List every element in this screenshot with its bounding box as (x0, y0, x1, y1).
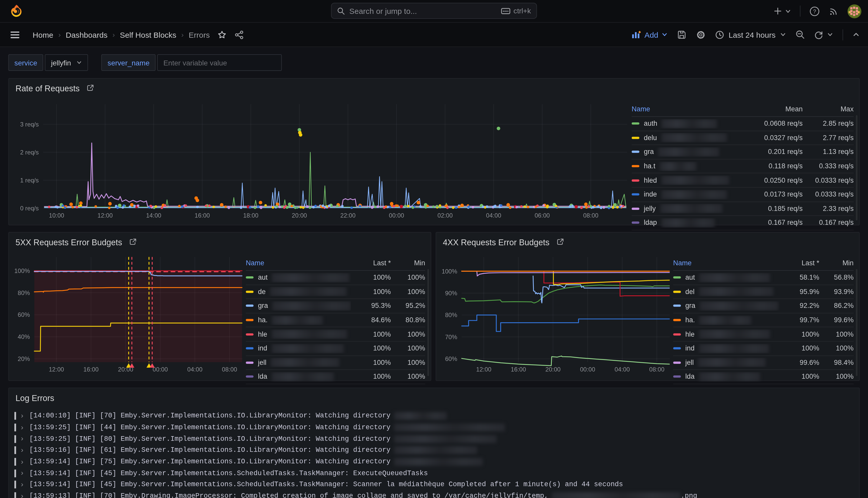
log-row[interactable]: ›[13:59:14] [INF] [75] Emby.Server.Imple… (14, 456, 852, 468)
legend-row[interactable]: ha.t0.118 req/s0.333 req/s (631, 159, 853, 173)
legend-row[interactable]: jell99.6%98.4% (673, 356, 854, 370)
series-name[interactable]: aut (673, 273, 779, 283)
series-name[interactable]: gra (246, 301, 351, 311)
legend-col-name[interactable]: Name (673, 259, 779, 267)
breadcrumb-dashboard-name[interactable]: Self Host Blocks (120, 30, 176, 39)
external-link-icon[interactable] (129, 238, 136, 246)
help-button[interactable]: ? (809, 6, 820, 16)
save-dashboard-button[interactable] (677, 30, 687, 40)
time-range-picker[interactable]: Last 24 hours (716, 30, 786, 39)
series-name[interactable]: inde (631, 190, 743, 199)
series-name[interactable]: del (673, 287, 779, 297)
refresh-button[interactable] (814, 30, 833, 39)
series-name[interactable]: jelly (631, 204, 743, 213)
avatar[interactable] (847, 4, 861, 18)
series-name[interactable]: ha.t (631, 161, 743, 171)
log-row[interactable]: ›[13:59:16] [INF] [61] Emby.Server.Imple… (14, 445, 852, 456)
external-link-icon[interactable] (86, 84, 94, 92)
share-button[interactable] (235, 30, 244, 39)
variable-server-name-input[interactable] (157, 54, 282, 71)
expand-chevron-icon[interactable]: › (20, 469, 24, 477)
legend-row[interactable]: inde0.0173 req/s0.0333 req/s (631, 188, 853, 202)
legend-row[interactable]: hle100%100% (246, 327, 425, 341)
legend-row[interactable]: aut58.1%56.8% (673, 271, 854, 285)
time-series-chart[interactable]: 12:0016:0020:0000:0004:0008:0020%40%60%8… (9, 250, 246, 380)
log-row[interactable]: ›[13:59:14] [INF] [45] Emby.Server.Imple… (14, 468, 852, 479)
legend-row[interactable]: lda100%100% (673, 370, 854, 384)
legend-row[interactable]: gra95.3%95.2% (246, 299, 425, 313)
expand-chevron-icon[interactable]: › (20, 458, 24, 466)
legend-row[interactable]: ha.99.7%99.6% (673, 313, 854, 327)
mega-menu-toggle[interactable] (8, 29, 22, 40)
time-series-chart[interactable]: 12:0016:0020:0000:0004:0008:0060%70%80%9… (436, 250, 673, 380)
breadcrumb-home[interactable]: Home (32, 30, 53, 39)
series-name[interactable]: ha. (246, 315, 351, 325)
legend-row[interactable]: delu0.0327 req/s2.77 req/s (631, 131, 853, 145)
panel-title[interactable]: Rate of Requests (15, 83, 80, 93)
log-row[interactable]: ›[14:00:10] [INF] [70] Emby.Server.Imple… (14, 410, 852, 422)
expand-chevron-icon[interactable]: › (20, 492, 24, 498)
legend-col-name[interactable]: Name (631, 105, 743, 113)
legend-col-last[interactable]: Last * (779, 259, 819, 267)
series-name[interactable]: auth (631, 119, 743, 129)
time-series-chart[interactable]: 10:0012:0014:0016:0018:0020:0022:0000:00… (9, 96, 632, 225)
star-button[interactable] (217, 30, 227, 39)
panel-title[interactable]: 4XX Requests Error Budgets (443, 237, 550, 247)
expand-chevron-icon[interactable]: › (20, 446, 24, 454)
legend-row[interactable]: jelly0.185 req/s2.33 req/s (631, 202, 853, 216)
series-name[interactable]: ind (246, 344, 351, 353)
panel-title[interactable]: 5XX Requests Error Budgets (15, 237, 122, 247)
series-name[interactable]: lda (673, 372, 779, 381)
series-name[interactable]: lda (246, 372, 351, 381)
legend-row[interactable]: lda100%100% (246, 370, 425, 384)
legend-row[interactable]: aut100%100% (246, 271, 425, 285)
series-name[interactable]: gra (673, 301, 779, 311)
legend-row[interactable]: gra92.2%86.2% (673, 299, 854, 313)
series-name[interactable]: aut (246, 273, 351, 283)
log-row[interactable]: ›[13:59:14] [INF] [45] Emby.Server.Imple… (14, 479, 852, 490)
zoom-out-button[interactable] (796, 30, 805, 40)
legend-row[interactable]: jell100%100% (246, 356, 425, 370)
series-name[interactable]: gra (631, 147, 743, 157)
series-name[interactable]: ind (673, 344, 779, 353)
variable-service-select[interactable]: jellyfin (45, 54, 88, 71)
log-row[interactable]: ›[13:59:25] [INF] [44] Emby.Server.Imple… (14, 422, 852, 433)
series-name[interactable]: hled (631, 176, 743, 185)
collapse-toolbar-button[interactable] (853, 31, 860, 38)
legend-row[interactable]: gra0.201 req/s1.13 req/s (631, 145, 853, 159)
legend-row[interactable]: hled0.0250 req/s0.0333 req/s (631, 173, 853, 187)
series-name[interactable]: ha. (673, 315, 779, 325)
legend-col-mean[interactable]: Mean (743, 105, 803, 113)
log-row[interactable]: ›[13:59:25] [INF] [80] Emby.Server.Imple… (14, 433, 852, 445)
log-row[interactable]: ›[13:59:13] [INF] [70] Emby.Drawing.Imag… (14, 490, 852, 498)
legend-col-last[interactable]: Last * (351, 259, 391, 267)
expand-chevron-icon[interactable]: › (20, 423, 24, 432)
legend-row[interactable]: auth0.0608 req/s2.85 req/s (631, 117, 853, 131)
legend-row[interactable]: de100%100% (246, 285, 425, 299)
legend-row[interactable]: ha.84.6%80.8% (246, 313, 425, 327)
legend-col-max[interactable]: Max (803, 105, 854, 113)
series-name[interactable]: delu (631, 133, 743, 143)
new-button[interactable] (773, 7, 791, 16)
legend-col-min[interactable]: Min (391, 259, 425, 267)
legend-row[interactable]: del95.9%93.9% (673, 285, 854, 299)
series-name[interactable]: hle (246, 329, 351, 339)
series-name[interactable]: jell (673, 358, 779, 367)
expand-chevron-icon[interactable]: › (20, 481, 24, 489)
series-name[interactable]: jell (246, 358, 351, 367)
grafana-logo-icon[interactable] (9, 4, 24, 18)
legend-row[interactable]: ind100%100% (246, 342, 425, 356)
series-name[interactable]: ldap (631, 218, 743, 227)
panel-title[interactable]: Log Errors (15, 393, 54, 402)
expand-chevron-icon[interactable]: › (20, 435, 24, 443)
breadcrumb-dashboards[interactable]: Dashboards (66, 30, 107, 39)
legend-col-name[interactable]: Name (246, 259, 351, 267)
series-name[interactable]: de (246, 287, 351, 297)
series-name[interactable]: hle (673, 329, 779, 339)
dashboard-settings-button[interactable] (696, 29, 706, 40)
expand-chevron-icon[interactable]: › (20, 412, 24, 420)
news-button[interactable] (829, 6, 839, 16)
legend-row[interactable]: ind100%100% (673, 342, 854, 356)
legend-col-min[interactable]: Min (819, 259, 854, 267)
legend-row[interactable]: hle100%100% (673, 327, 854, 341)
